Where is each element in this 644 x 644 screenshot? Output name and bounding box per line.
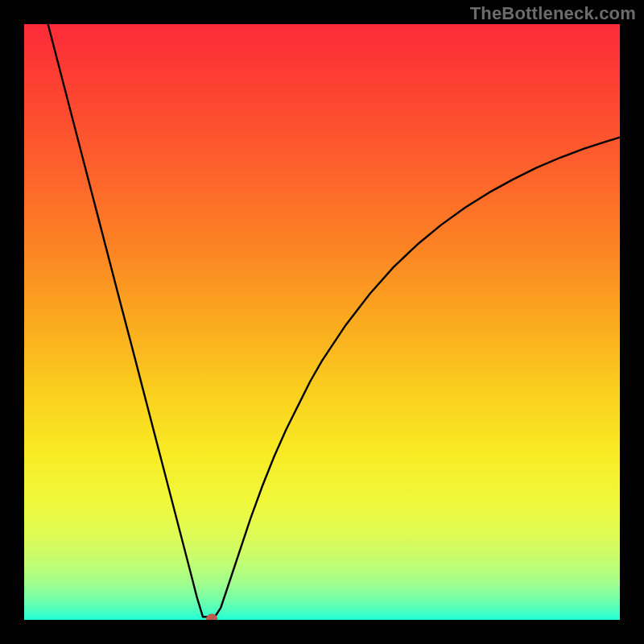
chart-svg [24,24,620,620]
plot-area [24,24,620,620]
gradient-background [24,24,620,620]
chart-frame: TheBottleneck.com [0,0,644,644]
watermark-text: TheBottleneck.com [470,3,636,24]
